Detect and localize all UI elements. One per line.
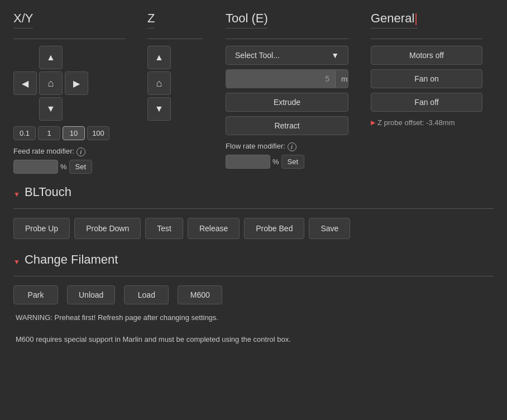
flow-rate-input[interactable] xyxy=(226,155,270,169)
test-button[interactable]: Test xyxy=(145,218,183,239)
chevron-down-icon: ▼ xyxy=(331,51,339,60)
save-button[interactable]: Save xyxy=(309,218,350,239)
empty-cell xyxy=(13,97,37,121)
z-arrow-grid: ▲ ⌂ ▼ xyxy=(147,46,203,121)
empty-cell xyxy=(65,46,88,69)
flow-rate-label: Flow rate modifier: i xyxy=(226,142,348,151)
probe-up-button[interactable]: Probe Up xyxy=(13,218,70,239)
step-0.1-button[interactable]: 0.1 xyxy=(13,126,36,140)
bltouch-header: ▼ BLTouch xyxy=(13,185,494,204)
feed-rate-label: Feed rate modifier: i xyxy=(13,147,125,156)
z-up-button[interactable]: ▲ xyxy=(147,46,171,69)
z-down-button[interactable]: ▼ xyxy=(147,97,171,121)
xy-arrow-grid: ▲ ◀ ⌂ ▶ ▼ xyxy=(13,46,125,121)
xy-left-button[interactable]: ◀ xyxy=(13,71,37,95)
flow-rate-row: % Set xyxy=(226,155,348,169)
xy-title: X/Y xyxy=(13,11,33,28)
step-100-button[interactable]: 100 xyxy=(87,126,109,140)
flow-rate-set-button[interactable]: Set xyxy=(281,155,305,169)
filament-title: Change Filament xyxy=(25,252,118,267)
mm-unit-label: mm xyxy=(335,70,348,88)
park-button[interactable]: Park xyxy=(13,285,58,304)
extrude-button[interactable]: Extrude xyxy=(226,93,348,112)
xy-down-button[interactable]: ▼ xyxy=(39,97,63,121)
unload-button[interactable]: Unload xyxy=(67,285,115,304)
filament-section: ▼ Change Filament Park Unload Load M600 … xyxy=(13,252,494,343)
general-title: General| xyxy=(371,11,418,28)
feed-rate-input[interactable] xyxy=(13,160,58,174)
step-10-button[interactable]: 10 xyxy=(63,126,85,140)
triangle-icon: ▶ xyxy=(371,119,375,126)
feed-rate-info-icon[interactable]: i xyxy=(76,147,85,156)
flow-rate-info-icon[interactable]: i xyxy=(288,142,296,151)
general-section: General| Motors off Fan on Fan off ▶ Z p… xyxy=(371,11,482,174)
tool-section: Tool (E) Select Tool... ▼ mm Extrude Ret… xyxy=(226,11,348,174)
fan-on-button[interactable]: Fan on xyxy=(371,69,482,88)
z-home-button[interactable]: ⌂ xyxy=(147,71,171,95)
empty-cell xyxy=(13,46,37,69)
tool-controls: Select Tool... ▼ mm Extrude Retract Flow… xyxy=(226,46,348,169)
feed-rate-row: % Set xyxy=(13,160,125,174)
mm-input-row: mm xyxy=(226,69,348,88)
xy-section: X/Y ▲ ◀ ⌂ ▶ ▼ 0.1 1 10 100 xyxy=(13,11,125,174)
filament-buttons: Park Unload Load M600 xyxy=(13,285,494,304)
general-controls: Motors off Fan on Fan off ▶ Z probe offs… xyxy=(371,46,482,127)
empty-cell xyxy=(65,97,88,121)
z-title: Z xyxy=(147,11,155,28)
select-tool-button[interactable]: Select Tool... ▼ xyxy=(226,46,348,65)
bltouch-section: ▼ BLTouch Probe Up Probe Down Test Relea… xyxy=(13,185,494,239)
step-1-button[interactable]: 1 xyxy=(38,126,60,140)
flow-rate-unit: % xyxy=(272,157,279,166)
xy-home-button[interactable]: ⌂ xyxy=(39,71,63,95)
load-button[interactable]: Load xyxy=(124,285,169,304)
filament-divider xyxy=(13,276,494,276)
probe-bed-button[interactable]: Probe Bed xyxy=(244,218,304,239)
motors-off-button[interactable]: Motors off xyxy=(371,46,482,65)
z-probe-info: ▶ Z probe offset: -3.48mm xyxy=(371,118,482,127)
top-sections: X/Y ▲ ◀ ⌂ ▶ ▼ 0.1 1 10 100 xyxy=(13,11,494,174)
feed-rate-set-button[interactable]: Set xyxy=(69,160,93,174)
filament-warning: WARNING: Preheat first! Refresh page aft… xyxy=(13,313,494,322)
bltouch-title: BLTouch xyxy=(25,185,71,199)
xy-up-button[interactable]: ▲ xyxy=(39,46,63,69)
fan-off-button[interactable]: Fan off xyxy=(371,93,482,112)
release-button[interactable]: Release xyxy=(188,218,240,239)
m600-button[interactable]: M600 xyxy=(178,285,222,304)
feed-rate-unit: % xyxy=(60,163,67,171)
xy-right-button[interactable]: ▶ xyxy=(65,71,88,95)
bltouch-divider xyxy=(13,208,494,209)
retract-button[interactable]: Retract xyxy=(226,116,348,135)
filament-header: ▼ Change Filament xyxy=(13,252,494,271)
filament-info: M600 requires special support in Marlin … xyxy=(13,335,494,343)
mm-value-input[interactable] xyxy=(226,70,335,88)
bltouch-chevron-icon[interactable]: ▼ xyxy=(13,190,20,198)
tool-title: Tool (E) xyxy=(226,11,268,28)
z-section: Z ▲ ⌂ ▼ xyxy=(147,11,203,174)
probe-down-button[interactable]: Probe Down xyxy=(74,218,141,239)
xy-step-buttons: 0.1 1 10 100 xyxy=(13,126,125,140)
bltouch-buttons: Probe Up Probe Down Test Release Probe B… xyxy=(13,218,494,239)
main-container: X/Y ▲ ◀ ⌂ ▶ ▼ 0.1 1 10 100 xyxy=(0,0,507,368)
filament-chevron-icon[interactable]: ▼ xyxy=(13,258,20,266)
